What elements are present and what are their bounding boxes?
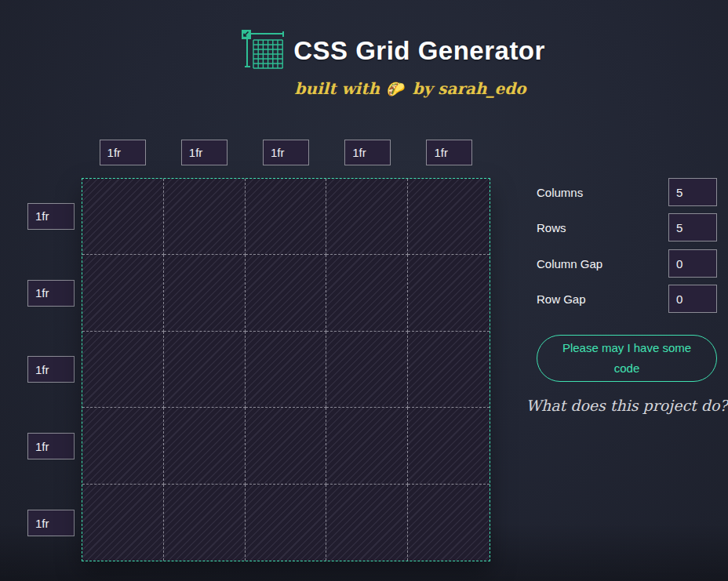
byline-prefix: built with — [294, 79, 380, 98]
column-track-input-4[interactable] — [344, 140, 391, 165]
grid-cell[interactable] — [326, 332, 408, 408]
rows-count-input[interactable] — [668, 213, 717, 241]
grid-logo-icon — [241, 30, 285, 72]
grid-cell[interactable] — [246, 179, 327, 255]
row-gap-label: Row Gap — [537, 292, 586, 306]
grid-cell[interactable] — [82, 179, 164, 255]
grid-cell[interactable] — [164, 179, 246, 255]
grid-cell[interactable] — [326, 408, 408, 484]
settings-row-columns: Columns — [537, 178, 717, 206]
grid-cell[interactable] — [408, 332, 490, 408]
grid-cell[interactable] — [326, 485, 408, 561]
row-track-inputs — [27, 178, 75, 561]
column-gap-label: Column Gap — [537, 257, 602, 271]
column-track-input-3[interactable] — [263, 140, 309, 165]
column-track-slot — [82, 140, 163, 165]
row-track-slot — [27, 485, 75, 561]
taco-emoji: 🌮 — [385, 80, 407, 97]
column-track-input-5[interactable] — [426, 140, 472, 165]
grid-cell[interactable] — [408, 255, 490, 331]
row-track-slot — [27, 408, 75, 485]
css-grid-generator-app: CSS Grid Generator built with 🌮 by sarah… — [0, 0, 728, 581]
column-gap-input[interactable] — [668, 249, 717, 278]
column-track-slot — [409, 140, 490, 165]
byline-author: by sarah_edo — [413, 79, 526, 98]
row-gap-input[interactable] — [668, 285, 717, 313]
page-title: CSS Grid Generator — [293, 36, 545, 66]
columns-label: Columns — [537, 186, 583, 199]
column-track-slot — [245, 140, 326, 165]
grid-cell[interactable] — [164, 485, 246, 561]
row-track-slot — [27, 178, 75, 255]
column-track-inputs — [82, 140, 490, 165]
about-project-link[interactable]: What does this project do? — [521, 397, 728, 414]
settings-row-column-gap: Column Gap — [537, 249, 717, 278]
grid-cell[interactable] — [408, 179, 490, 255]
grid-cell[interactable] — [246, 485, 327, 561]
grid-cell[interactable] — [326, 179, 408, 255]
rows-label: Rows — [537, 221, 566, 234]
column-track-input-1[interactable] — [100, 140, 146, 165]
grid-cell[interactable] — [246, 408, 327, 484]
grid-cell[interactable] — [82, 255, 164, 331]
grid-cell[interactable] — [82, 332, 164, 408]
row-track-slot — [27, 332, 75, 409]
grid-cell[interactable] — [164, 332, 246, 408]
title-row: CSS Grid Generator — [29, 30, 728, 72]
header: CSS Grid Generator built with 🌮 by sarah… — [0, 30, 728, 98]
get-code-button[interactable]: Please may I have some code — [537, 335, 717, 382]
grid-preview — [82, 178, 490, 561]
column-track-slot — [327, 140, 409, 165]
grid-cell[interactable] — [246, 332, 327, 408]
row-track-input-2[interactable] — [27, 280, 75, 307]
grid-cell[interactable] — [408, 408, 490, 484]
grid-cell[interactable] — [82, 485, 164, 561]
row-track-input-3[interactable] — [27, 356, 75, 383]
row-track-input-5[interactable] — [27, 510, 75, 536]
columns-count-input[interactable] — [668, 178, 717, 206]
byline: built with 🌮 by sarah_edo — [46, 79, 728, 98]
row-track-input-1[interactable] — [27, 203, 75, 230]
settings-row-row-gap: Row Gap — [537, 285, 717, 313]
settings-row-rows: Rows — [537, 213, 717, 241]
column-track-input-2[interactable] — [181, 140, 228, 165]
column-track-slot — [163, 140, 245, 165]
grid-cell[interactable] — [408, 485, 490, 561]
grid-cell[interactable] — [246, 255, 327, 331]
row-track-slot — [27, 255, 75, 332]
grid-cell[interactable] — [82, 408, 164, 484]
grid-cell[interactable] — [164, 255, 246, 331]
row-track-input-4[interactable] — [27, 433, 75, 459]
grid-cell[interactable] — [326, 255, 408, 331]
grid-cell[interactable] — [164, 408, 246, 484]
